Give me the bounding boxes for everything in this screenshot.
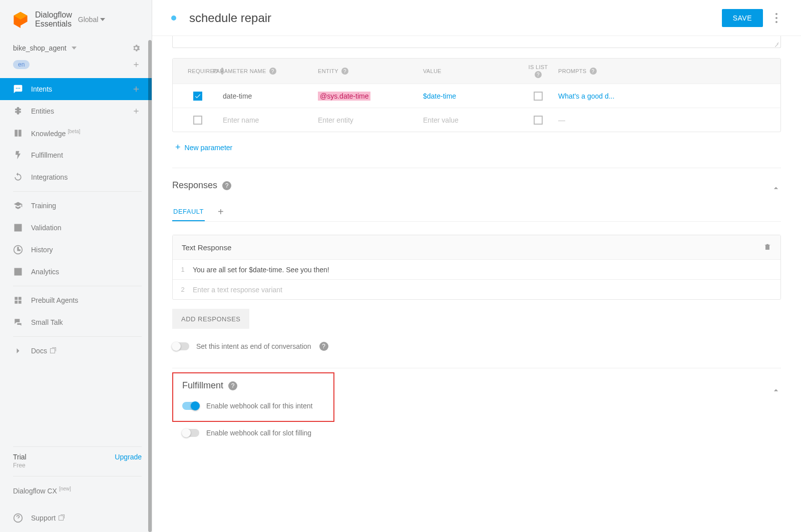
agent-selector[interactable]: bike_shop_agent <box>13 44 77 52</box>
enable-webhook-intent-toggle[interactable] <box>182 402 199 410</box>
dialogflow-logo-icon <box>12 11 29 28</box>
sidebar: Dialogflow Essentials Global bike_shop_a… <box>0 0 152 532</box>
sidebar-item-prebuilt[interactable]: Prebuilt Agents <box>0 289 152 311</box>
help-icon[interactable]: ? <box>269 68 276 75</box>
svg-point-5 <box>775 21 777 23</box>
sidebar-item-analytics[interactable]: Analytics <box>0 261 152 283</box>
training-phrases-box[interactable] <box>172 36 781 48</box>
analytics-icon <box>13 267 23 277</box>
smalltalk-icon <box>13 317 23 327</box>
main: schedule repair SAVE REQUIRED? PARAMETER… <box>152 0 801 532</box>
support-link[interactable]: Support <box>13 504 142 532</box>
sidebar-item-training[interactable]: Training <box>0 195 152 217</box>
help-icon[interactable]: ? <box>319 342 328 351</box>
chevron-right-icon <box>13 346 23 356</box>
add-response-tab[interactable]: + <box>215 203 227 221</box>
status-dot <box>171 16 176 21</box>
response-row[interactable]: 2 Enter a text response variant <box>173 279 780 299</box>
knowledge-icon <box>13 128 23 138</box>
integrations-icon <box>13 172 23 182</box>
add-intent-button[interactable] <box>131 84 142 95</box>
brand-line1: Dialogflow <box>35 11 72 20</box>
fulfillment-icon <box>13 150 23 160</box>
response-row[interactable]: 1 You are all set for $date-time. See yo… <box>173 259 780 279</box>
add-responses-button[interactable]: ADD RESPONSES <box>172 309 249 329</box>
add-entity-button[interactable] <box>131 106 142 117</box>
help-icon[interactable]: ? <box>222 181 231 190</box>
sidebar-item-entities[interactable]: Entities <box>0 100 152 122</box>
delete-response-button[interactable] <box>763 243 771 252</box>
sidebar-item-docs[interactable]: Docs <box>0 340 152 362</box>
entities-icon <box>13 106 23 116</box>
response-tab-default[interactable]: DEFAULT <box>172 203 205 221</box>
trial-row: Trial Free Upgrade <box>13 446 142 476</box>
training-icon <box>13 201 23 211</box>
validation-icon <box>13 223 23 233</box>
required-checkbox[interactable] <box>193 92 202 101</box>
help-icon[interactable]: ? <box>228 381 237 390</box>
dialogflow-cx-link[interactable]: Dialogflow CX[new] <box>13 476 142 504</box>
svg-point-3 <box>775 13 777 15</box>
upgrade-link[interactable]: Upgrade <box>115 453 142 461</box>
sidebar-item-validation[interactable]: Validation <box>0 217 152 239</box>
param-row-empty[interactable]: Enter name Enter entity Enter value — <box>173 108 780 132</box>
responses-section: Responses ? DEFAULT + Text Response 1 Yo… <box>172 168 781 351</box>
entity-tag[interactable]: @sys.date-time <box>318 92 370 101</box>
topbar: schedule repair SAVE <box>152 0 801 36</box>
prebuilt-icon <box>13 295 23 305</box>
sidebar-item-knowledge[interactable]: Knowledge[beta] <box>0 122 152 144</box>
fulfillment-highlight: Fulfillment ? Enable webhook call for th… <box>172 372 334 422</box>
language-pill[interactable]: en <box>13 60 30 69</box>
agent-settings-button[interactable] <box>131 43 142 54</box>
resize-handle[interactable] <box>773 40 779 46</box>
more-menu-button[interactable] <box>772 10 781 27</box>
caret-down-icon <box>100 18 105 21</box>
scope-selector[interactable]: Global <box>78 16 105 24</box>
sidebar-item-smalltalk[interactable]: Small Talk <box>0 311 152 333</box>
sidebar-item-integrations[interactable]: Integrations <box>0 166 152 188</box>
sidebar-item-fulfillment[interactable]: Fulfillment <box>0 144 152 166</box>
history-icon <box>13 245 23 255</box>
parameters-table: REQUIRED? PARAMETER NAME? ENTITY? VALUE … <box>172 58 781 132</box>
brand-row: Dialogflow Essentials Global <box>0 0 152 39</box>
enable-webhook-slot-toggle[interactable] <box>182 429 199 437</box>
sidebar-item-history[interactable]: History <box>0 239 152 261</box>
save-button[interactable]: SAVE <box>722 9 763 27</box>
text-response-card: Text Response 1 You are all set for $dat… <box>172 235 781 300</box>
collapse-toggle[interactable] <box>771 183 781 193</box>
help-icon[interactable]: ? <box>341 68 348 75</box>
svg-point-4 <box>775 17 777 19</box>
islist-checkbox[interactable] <box>534 116 543 125</box>
intent-title[interactable]: schedule repair <box>189 11 722 25</box>
islist-checkbox[interactable] <box>534 92 543 101</box>
brand-line2: Essentials <box>35 20 72 29</box>
help-icon[interactable]: ? <box>590 68 597 75</box>
sidebar-item-intents[interactable]: Intents <box>0 78 152 100</box>
help-icon[interactable]: ? <box>535 71 542 78</box>
support-icon <box>13 513 23 523</box>
sidebar-scrollbar[interactable] <box>148 40 152 532</box>
new-parameter-button[interactable]: +New parameter <box>172 142 781 153</box>
add-language-button[interactable] <box>131 59 142 70</box>
external-link-icon <box>50 348 55 353</box>
end-of-conversation-toggle[interactable] <box>172 342 189 350</box>
collapse-toggle[interactable] <box>771 385 781 395</box>
param-row[interactable]: date-time @sys.date-time $date-time What… <box>173 84 780 108</box>
intents-icon <box>13 84 23 94</box>
caret-down-icon <box>72 47 77 50</box>
external-link-icon <box>59 515 64 520</box>
required-checkbox[interactable] <box>193 116 202 125</box>
